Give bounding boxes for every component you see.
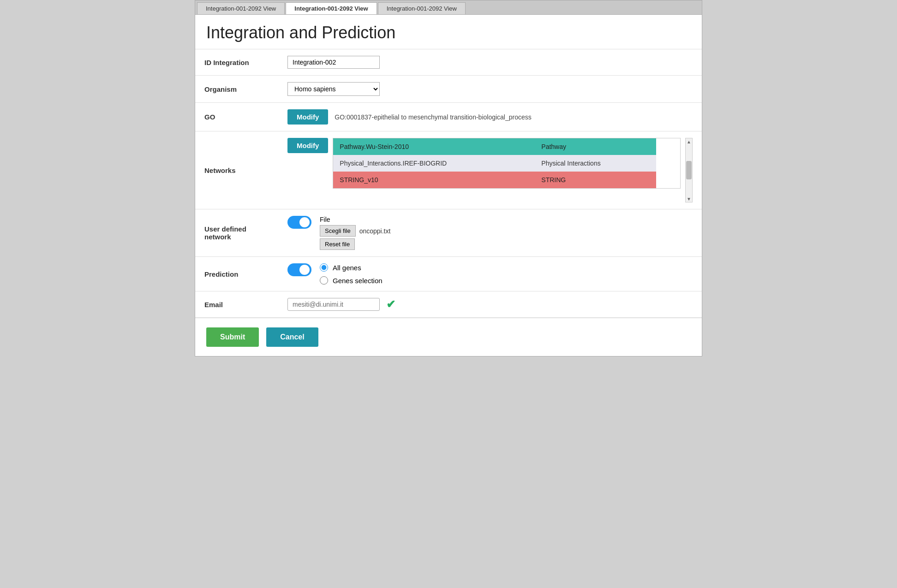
scrollbar-up-arrow[interactable]: ▲ bbox=[686, 138, 692, 145]
prediction-label: Prediction bbox=[195, 257, 278, 291]
networks-label: Networks bbox=[195, 131, 278, 209]
radio-all-genes-label: All genes bbox=[333, 264, 361, 272]
email-label: Email bbox=[195, 291, 278, 318]
form-table: ID Integration Organism Homo sapiens Mus… bbox=[195, 49, 702, 318]
file-reset-button[interactable]: Reset file bbox=[320, 238, 355, 250]
prediction-toggle[interactable] bbox=[287, 263, 311, 276]
file-label: File bbox=[320, 216, 390, 223]
user-defined-network-toggle[interactable] bbox=[287, 216, 311, 229]
prediction-row: Prediction All genes Genes s bbox=[195, 257, 702, 291]
tab-0[interactable]: Integration-001-2092 View bbox=[197, 2, 285, 14]
submit-button[interactable]: Submit bbox=[206, 327, 259, 347]
radio-all-genes[interactable]: All genes bbox=[320, 263, 383, 272]
email-valid-checkmark: ✔ bbox=[386, 298, 395, 311]
organism-select[interactable]: Homo sapiens Mus musculus bbox=[287, 82, 380, 96]
user-defined-network-label: User definednetwork bbox=[195, 209, 278, 257]
tab-2[interactable]: Integration-001-2092 View bbox=[378, 2, 466, 14]
networks-list: Pathway.Wu-Stein-2010 Pathway Physical_I… bbox=[333, 138, 681, 189]
network-type-0: Pathway bbox=[535, 138, 656, 155]
radio-genes-selection-input[interactable] bbox=[320, 276, 328, 285]
file-section: File Scegli file oncoppi.txt Reset file bbox=[320, 216, 390, 250]
tab-1[interactable]: Integration-001-2092 View bbox=[286, 2, 377, 14]
networks-inner-table: Pathway.Wu-Stein-2010 Pathway Physical_I… bbox=[333, 138, 656, 188]
networks-modify-button[interactable]: Modify bbox=[287, 138, 328, 153]
tab-bar: Integration-001-2092 View Integration-00… bbox=[195, 0, 702, 15]
network-name-0: Pathway.Wu-Stein-2010 bbox=[333, 138, 535, 155]
organism-label: Organism bbox=[195, 76, 278, 103]
user-defined-network-row: User definednetwork File Scegli file onc… bbox=[195, 209, 702, 257]
radio-genes-selection[interactable]: Genes selection bbox=[320, 276, 383, 285]
file-buttons: Scegli file oncoppi.txt bbox=[320, 225, 390, 237]
radio-genes-selection-label: Genes selection bbox=[333, 277, 383, 285]
file-name: oncoppi.txt bbox=[359, 227, 391, 235]
network-row-0[interactable]: Pathway.Wu-Stein-2010 Pathway bbox=[333, 138, 656, 155]
id-integration-row: ID Integration bbox=[195, 49, 702, 76]
networks-control: Modify Pathway.Wu-Stein-2010 Pathway Phy… bbox=[278, 131, 702, 209]
cancel-button[interactable]: Cancel bbox=[266, 327, 318, 347]
email-input[interactable] bbox=[287, 298, 380, 311]
footer-row: Submit Cancel bbox=[195, 318, 702, 356]
toggle-slider-prediction bbox=[287, 263, 311, 276]
network-type-2: STRING bbox=[535, 172, 656, 188]
user-defined-network-control: File Scegli file oncoppi.txt Reset file bbox=[278, 209, 702, 257]
prediction-control: All genes Genes selection bbox=[278, 257, 702, 291]
toggle-slider-user-network bbox=[287, 216, 311, 229]
id-integration-input[interactable] bbox=[287, 56, 380, 69]
organism-control: Homo sapiens Mus musculus bbox=[278, 76, 702, 103]
email-control: ✔ bbox=[278, 291, 702, 318]
networks-row: Networks Modify Pathway.Wu-Stein-2010 Pa… bbox=[195, 131, 702, 209]
id-integration-label: ID Integration bbox=[195, 49, 278, 76]
go-row: GO Modify GO:0001837-epithelial to mesen… bbox=[195, 103, 702, 131]
go-control: Modify GO:0001837-epithelial to mesenchy… bbox=[278, 103, 702, 131]
radio-all-genes-input[interactable] bbox=[320, 263, 328, 272]
go-modify-button[interactable]: Modify bbox=[287, 109, 328, 125]
network-name-2: STRING_v10 bbox=[333, 172, 535, 188]
prediction-radio-group: All genes Genes selection bbox=[320, 263, 383, 285]
organism-row: Organism Homo sapiens Mus musculus bbox=[195, 76, 702, 103]
page-title: Integration and Prediction bbox=[195, 15, 702, 49]
network-row-2[interactable]: STRING_v10 STRING bbox=[333, 172, 656, 188]
main-window: Integration-001-2092 View Integration-00… bbox=[195, 0, 702, 356]
id-integration-control bbox=[278, 49, 702, 76]
network-type-1: Physical Interactions bbox=[535, 155, 656, 172]
network-name-1: Physical_Interactions.IREF-BIOGRID bbox=[333, 155, 535, 172]
go-label: GO bbox=[195, 103, 278, 131]
email-row: Email ✔ bbox=[195, 291, 702, 318]
scrollbar-thumb[interactable] bbox=[686, 161, 692, 179]
networks-scrollbar[interactable]: ▲ ▼ bbox=[685, 138, 693, 202]
go-value: GO:0001837-epithelial to mesenchymal tra… bbox=[335, 113, 531, 121]
scrollbar-down-arrow[interactable]: ▼ bbox=[686, 196, 692, 202]
file-choose-button[interactable]: Scegli file bbox=[320, 225, 356, 237]
network-row-1[interactable]: Physical_Interactions.IREF-BIOGRID Physi… bbox=[333, 155, 656, 172]
